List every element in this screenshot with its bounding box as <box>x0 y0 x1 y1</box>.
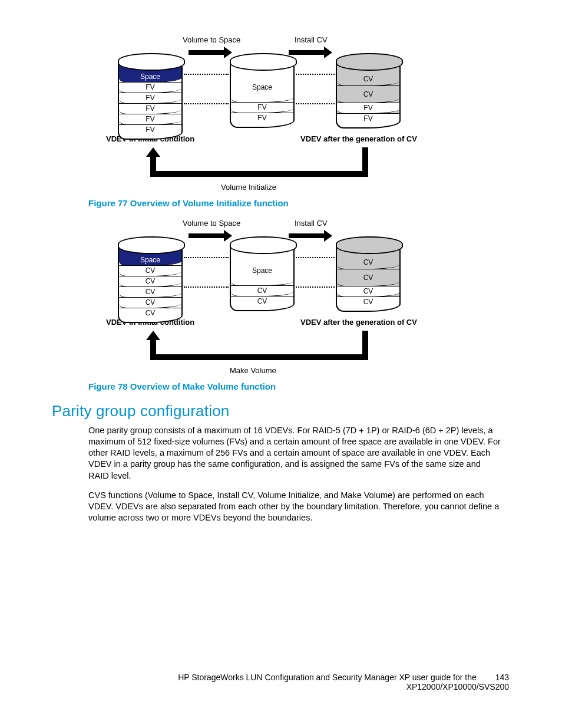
fig78-cylinder-initial: Space CV CV CV CV CV <box>118 236 183 323</box>
fig77-label-volume-initialize: Volume Initialize <box>221 183 276 192</box>
dotted-line <box>296 103 335 104</box>
slice: FV <box>231 102 293 113</box>
fig77-cylinder-after-cv: CV CV FV FV <box>336 53 401 129</box>
paragraph: CVS functions (Volume to Space, Install … <box>88 490 501 523</box>
slice: FV <box>231 113 293 127</box>
section-heading-parity-group: Parity group configuration <box>52 402 509 420</box>
fig77-cylinder-space: Space FV FV <box>230 53 295 128</box>
slice: FV <box>119 93 181 104</box>
slice: FV <box>119 82 181 93</box>
arrow-icon <box>362 147 368 177</box>
slice: CV <box>119 297 181 308</box>
fig78-label-install-cv: Install CV <box>295 219 328 228</box>
fig78-label-vdev-after: VDEV after the generation of CV <box>300 318 417 327</box>
dotted-line <box>296 286 335 288</box>
slice: CV <box>337 269 399 286</box>
dotted-line <box>184 257 229 258</box>
fig77-label-volume-to-space: Volume to Space <box>183 35 240 44</box>
dotted-line <box>296 74 335 75</box>
slice: CV <box>119 308 181 322</box>
dotted-line <box>184 74 229 75</box>
paragraph: One parity group consists of a maximum o… <box>88 425 501 482</box>
arrow-icon <box>150 171 368 177</box>
arrow-icon <box>362 331 368 360</box>
fig78-label-volume-to-space: Volume to Space <box>183 219 240 228</box>
footer-title-line2: XP12000/XP10000/SVS200 <box>406 682 509 691</box>
figure-78-diagram: Volume to Space Install CV Space CV CV C… <box>53 219 509 378</box>
slice: CV <box>119 286 181 298</box>
page-number: 143 <box>495 673 509 682</box>
fig78-cylinder-after-cv: CV CV CV CV <box>336 236 401 312</box>
fig77-cylinder-initial: Space FV FV FV FV FV <box>118 53 183 140</box>
fig78-label-make-volume: Make Volume <box>230 366 276 375</box>
slice: CV <box>231 296 293 310</box>
arrow-icon <box>189 233 224 238</box>
slice: FV <box>119 103 181 114</box>
dotted-line <box>184 286 229 288</box>
slice: CV <box>337 286 399 297</box>
footer-title-line1: HP StorageWorks LUN Configuration and Se… <box>178 673 477 682</box>
slice: FV <box>119 114 181 125</box>
slice: FV <box>119 124 181 139</box>
slice: CV <box>231 285 293 297</box>
page-footer: HP StorageWorks LUN Configuration and Se… <box>53 673 509 691</box>
slice: CV <box>119 265 181 276</box>
dotted-line <box>296 257 335 258</box>
figure-78-caption: Figure 78 Overview of Make Volume functi… <box>88 381 509 391</box>
slice: FV <box>337 103 399 114</box>
arrow-up-icon <box>146 147 160 157</box>
figure-77-caption: Figure 77 Overview of Volume Initialize … <box>88 198 509 208</box>
arrow-icon <box>150 354 368 360</box>
fig78-cylinder-space: Space CV CV <box>230 236 295 311</box>
dotted-line <box>184 103 229 104</box>
arrow-icon <box>189 50 224 55</box>
fig77-label-vdev-after: VDEV after the generation of CV <box>300 134 417 143</box>
arrow-up-icon <box>146 331 160 340</box>
slice: CV <box>337 85 399 103</box>
fig77-label-install-cv: Install CV <box>295 35 328 44</box>
slice: CV <box>119 276 181 287</box>
slice: CV <box>337 297 399 311</box>
figure-77-diagram: Volume to Space Install CV Space FV FV F… <box>53 35 509 195</box>
slice: FV <box>337 113 399 127</box>
